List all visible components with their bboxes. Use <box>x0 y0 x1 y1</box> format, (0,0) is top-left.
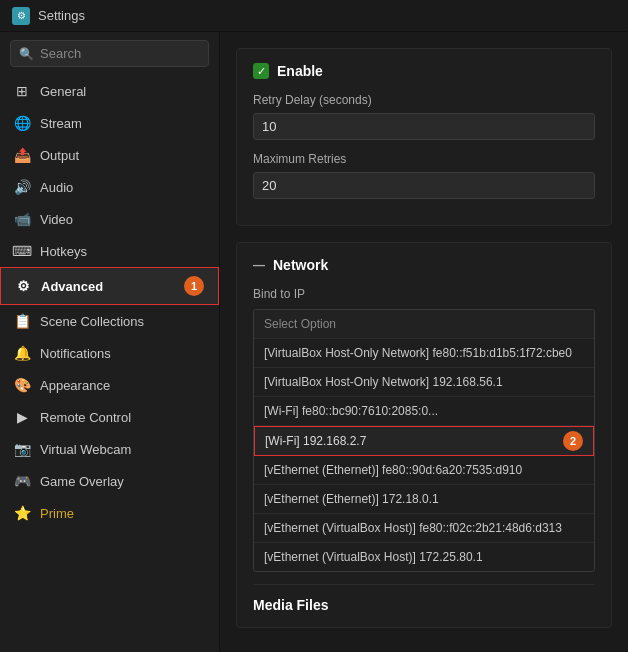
enable-row: ✓ Enable <box>253 63 595 79</box>
enable-section: ✓ Enable Retry Delay (seconds) 10 Maximu… <box>236 48 612 226</box>
virtual-webcam-icon: 📷 <box>14 441 30 457</box>
sidebar-item-game-overlay[interactable]: 🎮 Game Overlay <box>0 465 219 497</box>
media-files-header: Media Files <box>253 584 595 613</box>
sidebar-item-label: Advanced <box>41 279 103 294</box>
sidebar-item-label: Remote Control <box>40 410 131 425</box>
dropdown-option-vbox-host4[interactable]: [vEthernet (VirtualBox Host)] 172.25.80.… <box>254 543 594 571</box>
network-title: Network <box>273 257 328 273</box>
sidebar-item-general[interactable]: ⊞ General <box>0 75 219 107</box>
sidebar-item-scene-collections[interactable]: 📋 Scene Collections <box>0 305 219 337</box>
search-input[interactable]: Search <box>40 46 81 61</box>
title-bar: ⚙ Settings <box>0 0 628 32</box>
sidebar-item-label: Virtual Webcam <box>40 442 131 457</box>
video-icon: 📹 <box>14 211 30 227</box>
sidebar-item-video[interactable]: 📹 Video <box>0 203 219 235</box>
dropdown-option-vbox2[interactable]: [VirtualBox Host-Only Network] 192.168.5… <box>254 368 594 397</box>
bind-ip-label: Bind to IP <box>253 287 595 301</box>
sidebar-item-notifications[interactable]: 🔔 Notifications <box>0 337 219 369</box>
general-icon: ⊞ <box>14 83 30 99</box>
audio-icon: 🔊 <box>14 179 30 195</box>
sidebar-item-appearance[interactable]: 🎨 Appearance <box>0 369 219 401</box>
max-retries-label: Maximum Retries <box>253 152 595 166</box>
dropdown-option-vbox1[interactable]: [VirtualBox Host-Only Network] fe80::f51… <box>254 339 594 368</box>
sidebar-item-virtual-webcam[interactable]: 📷 Virtual Webcam <box>0 433 219 465</box>
title-bar-text: Settings <box>38 8 85 23</box>
max-retries-input[interactable]: 20 <box>253 172 595 199</box>
game-overlay-icon: 🎮 <box>14 473 30 489</box>
sidebar-item-label: Output <box>40 148 79 163</box>
advanced-badge: 1 <box>184 276 204 296</box>
dropdown-option-vbox-host3[interactable]: [vEthernet (VirtualBox Host)] fe80::f02c… <box>254 514 594 543</box>
sidebar-item-output[interactable]: 📤 Output <box>0 139 219 171</box>
network-collapse-icon[interactable]: — <box>253 258 265 272</box>
sidebar-item-label: Prime <box>40 506 74 521</box>
retry-delay-input[interactable]: 10 <box>253 113 595 140</box>
stream-icon: 🌐 <box>14 115 30 131</box>
advanced-icon: ⚙ <box>15 278 31 294</box>
dropdown-option-wifi2[interactable]: [Wi-Fi] 192.168.2.7 2 <box>254 426 594 456</box>
network-section: — Network Bind to IP Select Option [Virt… <box>236 242 612 628</box>
content-area: ✓ Enable Retry Delay (seconds) 10 Maximu… <box>220 32 628 652</box>
sidebar-item-label: Notifications <box>40 346 111 361</box>
sidebar-item-remote-control[interactable]: ▶ Remote Control <box>0 401 219 433</box>
network-badge: 2 <box>563 431 583 451</box>
sidebar-item-label: Stream <box>40 116 82 131</box>
remote-control-icon: ▶ <box>14 409 30 425</box>
dropdown-option-vethernet1[interactable]: [vEthernet (Ethernet)] fe80::90d:6a20:75… <box>254 456 594 485</box>
dropdown-option-vethernet2[interactable]: [vEthernet (Ethernet)] 172.18.0.1 <box>254 485 594 514</box>
retry-delay-label: Retry Delay (seconds) <box>253 93 595 107</box>
scene-collections-icon: 📋 <box>14 313 30 329</box>
sidebar-item-audio[interactable]: 🔊 Audio <box>0 171 219 203</box>
sidebar-item-stream[interactable]: 🌐 Stream <box>0 107 219 139</box>
notifications-icon: 🔔 <box>14 345 30 361</box>
search-icon: 🔍 <box>19 47 34 61</box>
sidebar-item-label: Hotkeys <box>40 244 87 259</box>
output-icon: 📤 <box>14 147 30 163</box>
sidebar-item-prime[interactable]: ⭐ Prime <box>0 497 219 529</box>
enable-label: Enable <box>277 63 323 79</box>
sidebar-item-label: Audio <box>40 180 73 195</box>
search-box[interactable]: 🔍 Search <box>10 40 209 67</box>
sidebar-item-label: Video <box>40 212 73 227</box>
sidebar-item-label: Scene Collections <box>40 314 144 329</box>
sidebar-item-hotkeys[interactable]: ⌨ Hotkeys <box>0 235 219 267</box>
hotkeys-icon: ⌨ <box>14 243 30 259</box>
prime-icon: ⭐ <box>14 505 30 521</box>
network-section-header: — Network <box>253 257 595 273</box>
sidebar-item-label: Appearance <box>40 378 110 393</box>
media-files-label: Media Files <box>253 597 328 613</box>
sidebar-item-label: General <box>40 84 86 99</box>
sidebar: 🔍 Search ⊞ General 🌐 Stream 📤 Output 🔊 A… <box>0 32 220 652</box>
enable-checkbox[interactable]: ✓ <box>253 63 269 79</box>
dropdown-option-select[interactable]: Select Option <box>254 310 594 339</box>
appearance-icon: 🎨 <box>14 377 30 393</box>
sidebar-item-label: Game Overlay <box>40 474 124 489</box>
app-icon: ⚙ <box>12 7 30 25</box>
sidebar-item-advanced[interactable]: ⚙ Advanced 1 <box>0 267 219 305</box>
bind-ip-dropdown[interactable]: Select Option [VirtualBox Host-Only Netw… <box>253 309 595 572</box>
dropdown-option-wifi1[interactable]: [Wi-Fi] fe80::bc90:7610:2085:0... <box>254 397 594 426</box>
